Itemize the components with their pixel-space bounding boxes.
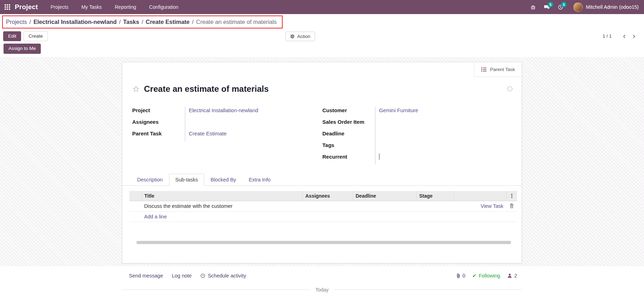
button-box: Parent Task <box>122 62 522 77</box>
schedule-activity-label: Schedule activity <box>208 273 246 279</box>
pager-previous-icon[interactable]: ‹ <box>619 33 629 40</box>
subtask-title-cell[interactable]: Discuss the estimate with the customer <box>141 201 302 211</box>
optional-columns-icon[interactable]: ⋮ <box>506 191 517 201</box>
statusbar: Assign to Me <box>0 43 644 57</box>
column-empty <box>453 191 506 201</box>
paperclip-icon <box>456 273 461 278</box>
parent-task-button[interactable]: Parent Task <box>474 62 522 77</box>
column-assignees[interactable]: Assignees <box>302 191 353 201</box>
subtasks-table: Title Assignees Deadline Stage ⋮ Discuss… <box>129 191 516 244</box>
chatter-toolbar: Send message Log note Schedule activity … <box>122 273 522 279</box>
field-label-assignees: Assignees <box>132 118 185 130</box>
action-label: Action <box>297 34 310 39</box>
chatter-right-tools: 0 ✔ Following 2 <box>456 273 517 279</box>
check-icon: ✔ <box>472 273 477 279</box>
recurrent-checkbox[interactable] <box>379 153 380 160</box>
field-label-deadline: Deadline <box>322 130 375 141</box>
menu-configuration[interactable]: Configuration <box>149 4 178 10</box>
user-menu[interactable]: Mitchell Admin (odoo15) <box>573 2 639 12</box>
systray: 5 5 Mitchell Admin (odoo15) <box>530 2 639 12</box>
field-label-tags: Tags <box>322 141 375 153</box>
view-task-link[interactable]: View Task <box>481 203 503 209</box>
menu-reporting[interactable]: Reporting <box>115 4 136 10</box>
favorite-star-icon[interactable]: ☆ <box>132 85 140 93</box>
subtask-assignees-cell <box>302 201 353 211</box>
field-row-customer: Customer Gemini Furniture <box>322 107 513 118</box>
divider-line <box>334 289 522 290</box>
field-value-project[interactable]: Electrical Installation-newland <box>189 107 258 113</box>
kanban-state-icon[interactable] <box>507 86 513 91</box>
tab-extra-info[interactable]: Extra Info <box>243 174 277 186</box>
menu-my-tasks[interactable]: My Tasks <box>81 4 102 10</box>
messages-icon[interactable]: 5 <box>544 5 550 10</box>
assign-to-me-button[interactable]: Assign to Me <box>4 44 41 54</box>
pager-count: 1 / 1 <box>603 33 612 39</box>
breadcrumb-current: Create an estimate of materials <box>196 19 277 25</box>
table-header-row: Title Assignees Deadline Stage ⋮ <box>129 191 517 201</box>
field-row-parent-task: Parent Task Create Estimate <box>132 130 307 141</box>
field-label-customer: Customer <box>322 107 375 118</box>
breadcrumb-projects[interactable]: Projects <box>6 19 27 25</box>
sheet-background: Parent Task ☆ Create an estimate of mate… <box>0 57 644 266</box>
main-menu: Projects My Tasks Reporting Configuratio… <box>51 4 179 10</box>
field-row-deadline: Deadline <box>322 130 513 141</box>
user-name: Mitchell Admin (odoo15) <box>586 4 639 10</box>
form-fields: Project Electrical Installation-newland … <box>122 94 522 165</box>
apps-menu-icon[interactable] <box>5 4 10 10</box>
add-a-line-link[interactable]: Add a line <box>144 214 167 219</box>
attachments-button[interactable]: 0 <box>456 273 465 279</box>
breadcrumb-separator: / <box>142 19 143 25</box>
create-button[interactable]: Create <box>24 31 48 41</box>
column-deadline[interactable]: Deadline <box>353 191 416 201</box>
today-label: Today <box>315 287 328 293</box>
activities-clock-icon[interactable]: 5 <box>558 5 563 10</box>
action-button[interactable]: Action <box>285 32 315 41</box>
task-list-icon <box>481 67 487 72</box>
field-row-tags: Tags <box>322 141 513 153</box>
menu-projects[interactable]: Projects <box>51 4 69 10</box>
messages-badge: 5 <box>548 2 553 8</box>
title-row: ☆ Create an estimate of materials <box>122 77 522 94</box>
gear-icon <box>290 34 295 39</box>
breadcrumb-separator: / <box>192 19 194 25</box>
schedule-activity-button[interactable]: Schedule activity <box>200 273 246 279</box>
user-avatar <box>573 2 583 12</box>
breadcrumb-project-name[interactable]: Electrical Installation-newland <box>33 19 117 25</box>
table-row: Discuss the estimate with the customer V… <box>129 201 517 211</box>
trash-icon <box>509 203 514 208</box>
tab-description[interactable]: Description <box>131 174 169 186</box>
tab-sub-tasks[interactable]: Sub-tasks <box>169 174 204 186</box>
breadcrumb-separator: / <box>119 19 121 25</box>
horizontal-scrollbar[interactable] <box>136 241 511 244</box>
top-navbar: Project Projects My Tasks Reporting Conf… <box>0 0 644 14</box>
delete-row-cell[interactable] <box>506 201 517 211</box>
subtask-stage-cell <box>416 201 453 211</box>
breadcrumb-create-estimate[interactable]: Create Estimate <box>146 19 190 25</box>
tab-blocked-by[interactable]: Blocked By <box>204 174 243 186</box>
breadcrumb-tasks[interactable]: Tasks <box>123 19 139 25</box>
followers-button[interactable]: 2 <box>507 273 517 279</box>
field-row-assignees: Assignees <box>132 118 307 130</box>
control-panel: Edit Create Action 1 / 1 ‹ › <box>0 29 644 43</box>
field-value-parent-task[interactable]: Create Estimate <box>189 130 227 136</box>
breadcrumb-bar: Projects / Electrical Installation-newla… <box>0 14 644 29</box>
pager: 1 / 1 ‹ › <box>603 33 639 40</box>
subtask-deadline-cell <box>353 201 416 211</box>
divider-line <box>122 289 310 290</box>
column-title[interactable]: Title <box>141 191 302 201</box>
field-value-customer[interactable]: Gemini Furniture <box>379 107 418 113</box>
column-stage[interactable]: Stage <box>416 191 453 201</box>
log-note-button[interactable]: Log note <box>172 273 192 279</box>
add-line-row: Add a line <box>129 211 517 222</box>
attachment-count: 0 <box>462 273 465 279</box>
row-selector-cell[interactable] <box>129 201 141 211</box>
pager-next-icon[interactable]: › <box>629 33 639 40</box>
field-label-project: Project <box>132 107 185 118</box>
debug-bug-icon[interactable] <box>530 5 536 10</box>
follower-count: 2 <box>514 273 517 279</box>
edit-button[interactable]: Edit <box>3 31 21 41</box>
following-button[interactable]: ✔ Following <box>472 273 500 279</box>
select-all-column[interactable] <box>129 191 141 201</box>
send-message-button[interactable]: Send message <box>129 273 163 279</box>
notebook-tabs: Description Sub-tasks Blocked By Extra I… <box>122 174 522 186</box>
